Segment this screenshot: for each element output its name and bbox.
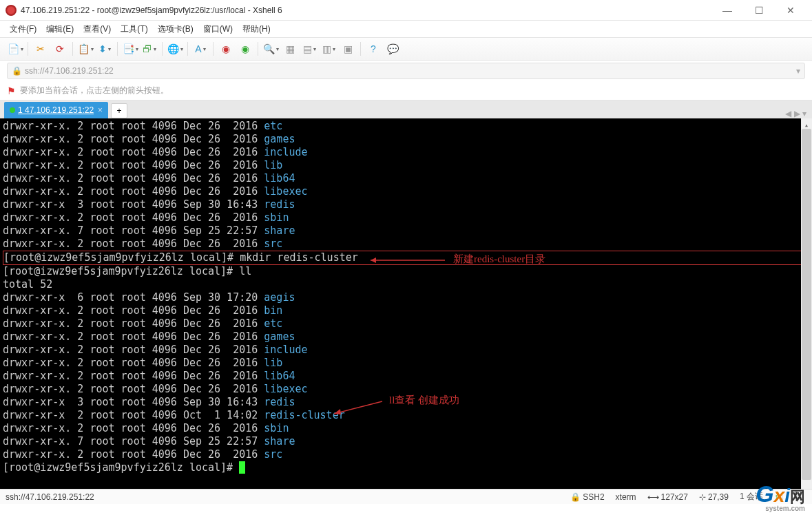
window-controls: — ☐ ✕: [711, 5, 806, 16]
file-entry: drwxr-xr-x. 2 root root 4096 Dec 26 2016…: [3, 304, 809, 317]
terminal[interactable]: ▴ drwxr-xr-x. 2 root root 4096 Dec 26 20…: [0, 118, 812, 489]
status-url: ssh://47.106.219.251:22: [6, 492, 94, 502]
statusbar: ssh://47.106.219.251:22 🔒SSH2 xterm ⟷127…: [0, 489, 812, 504]
file-entry: drwxr-xr-x. 2 root root 4096 Dec 26 2016…: [3, 185, 809, 198]
file-entry: drwxr-xr-x 2 root root 4096 Oct 1 14:02 …: [3, 409, 809, 422]
layout2-icon[interactable]: ▤: [301, 41, 317, 57]
svg-line-2: [334, 401, 382, 414]
xshell-icon[interactable]: ◉: [218, 41, 234, 57]
minimize-button[interactable]: —: [711, 5, 743, 16]
menu-tools[interactable]: 工具(T): [121, 23, 147, 35]
layout3-icon[interactable]: ▥: [320, 41, 337, 57]
cursor-icon: ⊹: [699, 492, 706, 502]
tab-label: 1 47.106.219.251:22: [18, 105, 94, 115]
file-entry: drwxr-xr-x. 2 root root 4096 Dec 26 2016…: [3, 344, 809, 357]
tipbar: ⚑ 要添加当前会话，点击左侧的箭头按钮。: [0, 81, 812, 101]
addressbar: 🔒 ssh://47.106.219.251:22 ▾: [0, 61, 812, 81]
menu-tabs[interactable]: 选项卡(B): [158, 23, 194, 35]
close-button[interactable]: ✕: [775, 5, 806, 16]
menu-edit[interactable]: 编辑(E): [46, 23, 74, 35]
font-icon[interactable]: A: [192, 41, 209, 57]
disconnect-icon[interactable]: ⟳: [52, 41, 68, 57]
menu-file[interactable]: 文件(F): [10, 23, 37, 35]
tab-close-icon[interactable]: ×: [98, 105, 103, 115]
cursor: [239, 461, 245, 474]
svg-marker-3: [334, 409, 341, 414]
file-entry: drwxr-xr-x. 2 root root 4096 Dec 26 2016…: [3, 120, 809, 133]
tabbar: 1 47.106.219.251:22 × + ◀ ▶ ▾: [0, 101, 812, 118]
annotation-1: 新建redis-cluster目录: [453, 253, 545, 266]
annotation-2: ll查看 创建成功: [389, 394, 459, 407]
maximize-button[interactable]: ☐: [743, 5, 775, 16]
properties-icon[interactable]: 📋: [77, 41, 94, 57]
new-session-icon[interactable]: 📄: [7, 41, 23, 57]
layout1-icon[interactable]: ▦: [282, 41, 298, 57]
file-entry: drwxr-xr-x. 2 root root 4096 Dec 26 2016…: [3, 330, 809, 344]
menubar: 文件(F) 编辑(E) 查看(V) 工具(T) 选项卡(B) 窗口(W) 帮助(…: [0, 21, 812, 37]
reconnect-icon[interactable]: ✂: [32, 41, 49, 57]
status-size: 127x27: [661, 492, 688, 502]
flag-icon: ⚑: [7, 85, 16, 96]
toolbar: 📄 ✂ ⟳ 📋 ⬍ 📑 🗗 🌐 A ◉ ◉ 🔍 ▦ ▤ ▥ ▣ ? 💬: [0, 37, 812, 61]
file-entry: drwxr-xr-x. 2 root root 4096 Dec 26 2016…: [3, 211, 809, 224]
scroll-thumb[interactable]: [802, 129, 811, 480]
address-text: ssh://47.106.219.251:22: [25, 66, 114, 76]
status-dot-icon: [10, 107, 15, 113]
lock-icon: 🔒: [12, 66, 22, 76]
svg-marker-1: [371, 257, 376, 263]
paste-icon[interactable]: 🗗: [141, 41, 158, 57]
layout4-icon[interactable]: ▣: [340, 41, 356, 57]
file-entry: drwxr-xr-x. 7 root root 4096 Sep 25 22:5…: [3, 224, 809, 238]
app-icon: [6, 5, 17, 16]
titlebar: 47.106.219.251:22 - root@izwz9ef5sjam9pv…: [0, 0, 812, 21]
file-entry: drwxr-xr-x. 7 root root 4096 Sep 25 22:5…: [3, 435, 809, 448]
window-title: 47.106.219.251:22 - root@izwz9ef5sjam9pv…: [21, 6, 711, 15]
prompt-line: [root@izwz9ef5sjam9pvfyiz26lz local]#: [3, 461, 809, 474]
total-line: total 52: [3, 278, 809, 291]
file-entry: drwxr-xr-x. 2 root root 4096 Dec 26 2016…: [3, 357, 809, 370]
file-entry: drwxr-xr-x. 2 root root 4096 Dec 26 2016…: [3, 133, 809, 146]
copy-icon[interactable]: 📑: [122, 41, 138, 57]
file-entry: drwxr-xr-x. 2 root root 4096 Dec 26 2016…: [3, 146, 809, 159]
menu-window[interactable]: 窗口(W): [203, 23, 233, 35]
file-entry: drwxr-xr-x. 2 root root 4096 Dec 26 2016…: [3, 172, 809, 185]
menu-view[interactable]: 查看(V): [83, 23, 111, 35]
lock-icon-status: 🔒: [570, 492, 581, 502]
tip-text: 要添加当前会话，点击左侧的箭头按钮。: [20, 85, 169, 96]
status-pos: 27,39: [708, 492, 729, 502]
new-tab-button[interactable]: +: [111, 103, 127, 118]
file-entry: drwxr-xr-x 6 root root 4096 Sep 30 17:20…: [3, 291, 809, 304]
tab-nav[interactable]: ◀ ▶ ▾: [785, 109, 806, 118]
file-entry: drwxr-xr-x. 2 root root 4096 Dec 26 2016…: [3, 159, 809, 172]
annotation-arrow-2: [334, 397, 389, 417]
resize-icon: ⟷: [647, 492, 659, 502]
menu-help[interactable]: 帮助(H): [242, 23, 271, 35]
address-input[interactable]: 🔒 ssh://47.106.219.251:22 ▾: [7, 63, 805, 79]
scrollbar[interactable]: ▴: [801, 118, 812, 489]
find-icon[interactable]: 🔍: [262, 41, 279, 57]
address-dropdown-icon[interactable]: ▾: [796, 66, 800, 76]
file-entry: drwxr-xr-x. 2 root root 4096 Dec 26 2016…: [3, 448, 809, 461]
file-entry: drwxr-xr-x. 2 root root 4096 Dec 26 2016…: [3, 370, 809, 383]
file-entry: drwxr-xr-x 3 root root 4096 Sep 30 16:43…: [3, 198, 809, 211]
help-icon[interactable]: ?: [365, 41, 382, 57]
xftp-icon[interactable]: ◉: [237, 41, 253, 57]
globe-icon[interactable]: 🌐: [167, 41, 183, 57]
session-tab[interactable]: 1 47.106.219.251:22 ×: [4, 102, 108, 118]
watermark: Gxi网 system.com: [756, 481, 805, 512]
file-entry: drwxr-xr-x. 2 root root 4096 Dec 26 2016…: [3, 317, 809, 330]
status-term: xterm: [616, 492, 636, 502]
file-entry: drwxr-xr-x. 2 root root 4096 Dec 26 2016…: [3, 238, 809, 251]
transfer-icon[interactable]: ⬍: [96, 41, 113, 57]
annotation-arrow-1: [371, 253, 453, 267]
chat-icon[interactable]: 💬: [384, 41, 401, 57]
status-ssh: SSH2: [583, 492, 604, 502]
file-entry: drwxr-xr-x. 2 root root 4096 Dec 26 2016…: [3, 422, 809, 435]
